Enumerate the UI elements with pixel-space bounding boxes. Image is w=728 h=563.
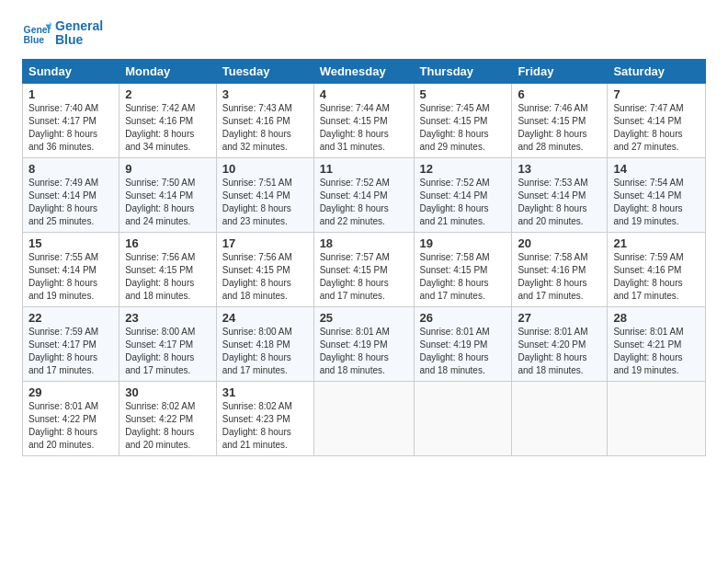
day-number: 12 xyxy=(420,162,506,176)
day-info: Sunrise: 7:52 AM Sunset: 4:14 PM Dayligh… xyxy=(420,177,506,228)
header: General Blue General Blue xyxy=(22,18,706,48)
calendar-cell: 14 Sunrise: 7:54 AM Sunset: 4:14 PM Dayl… xyxy=(608,158,706,233)
day-info: Sunrise: 8:01 AM Sunset: 4:22 PM Dayligh… xyxy=(28,400,113,452)
day-info: Sunrise: 7:51 AM Sunset: 4:14 PM Dayligh… xyxy=(222,177,308,228)
calendar-cell: 12 Sunrise: 7:52 AM Sunset: 4:14 PM Dayl… xyxy=(414,158,512,233)
calendar-cell: 11 Sunrise: 7:52 AM Sunset: 4:14 PM Dayl… xyxy=(313,158,414,233)
calendar-cell xyxy=(414,382,512,456)
calendar-cell: 30 Sunrise: 8:02 AM Sunset: 4:22 PM Dayl… xyxy=(119,382,217,456)
calendar-cell xyxy=(512,382,608,456)
day-info: Sunrise: 7:45 AM Sunset: 4:15 PM Dayligh… xyxy=(420,102,506,154)
day-number: 7 xyxy=(613,87,700,101)
day-info: Sunrise: 7:58 AM Sunset: 4:15 PM Dayligh… xyxy=(420,251,506,303)
day-info: Sunrise: 8:02 AM Sunset: 4:22 PM Dayligh… xyxy=(125,400,210,452)
weekday-header-row: Sunday Monday Tuesday Wednesday Thursday… xyxy=(23,60,706,84)
day-number: 9 xyxy=(125,162,210,176)
day-info: Sunrise: 7:40 AM Sunset: 4:17 PM Dayligh… xyxy=(28,102,113,154)
day-number: 19 xyxy=(420,236,506,250)
calendar-cell: 5 Sunrise: 7:45 AM Sunset: 4:15 PM Dayli… xyxy=(414,84,512,158)
day-info: Sunrise: 7:44 AM Sunset: 4:15 PM Dayligh… xyxy=(320,102,408,154)
day-number: 27 xyxy=(518,311,601,325)
logo-icon: General Blue xyxy=(22,18,51,48)
calendar-cell: 20 Sunrise: 7:58 AM Sunset: 4:16 PM Dayl… xyxy=(512,233,608,307)
day-info: Sunrise: 8:00 AM Sunset: 4:17 PM Dayligh… xyxy=(125,326,210,377)
svg-text:Blue: Blue xyxy=(24,35,45,45)
calendar-cell: 31 Sunrise: 8:02 AM Sunset: 4:23 PM Dayl… xyxy=(216,382,313,456)
calendar-cell: 21 Sunrise: 7:59 AM Sunset: 4:16 PM Dayl… xyxy=(608,233,706,307)
day-info: Sunrise: 7:56 AM Sunset: 4:15 PM Dayligh… xyxy=(125,251,210,303)
day-info: Sunrise: 7:55 AM Sunset: 4:14 PM Dayligh… xyxy=(28,251,113,303)
day-number: 2 xyxy=(125,87,210,101)
calendar-week-3: 15 Sunrise: 7:55 AM Sunset: 4:14 PM Dayl… xyxy=(23,233,706,307)
day-number: 26 xyxy=(420,311,506,325)
calendar-cell: 1 Sunrise: 7:40 AM Sunset: 4:17 PM Dayli… xyxy=(23,84,119,158)
logo-line2: Blue xyxy=(55,33,103,47)
day-info: Sunrise: 7:46 AM Sunset: 4:15 PM Dayligh… xyxy=(518,102,601,154)
day-number: 20 xyxy=(518,236,601,250)
day-info: Sunrise: 7:50 AM Sunset: 4:14 PM Dayligh… xyxy=(125,177,210,228)
header-monday: Monday xyxy=(119,60,217,84)
day-info: Sunrise: 7:43 AM Sunset: 4:16 PM Dayligh… xyxy=(222,102,308,154)
calendar-cell: 18 Sunrise: 7:57 AM Sunset: 4:15 PM Dayl… xyxy=(313,233,414,307)
calendar-week-1: 1 Sunrise: 7:40 AM Sunset: 4:17 PM Dayli… xyxy=(23,84,706,158)
calendar-cell: 29 Sunrise: 8:01 AM Sunset: 4:22 PM Dayl… xyxy=(23,382,119,456)
day-number: 11 xyxy=(320,162,408,176)
calendar-week-4: 22 Sunrise: 7:59 AM Sunset: 4:17 PM Dayl… xyxy=(23,307,706,382)
header-thursday: Thursday xyxy=(414,60,512,84)
calendar-table: Sunday Monday Tuesday Wednesday Thursday… xyxy=(22,59,706,456)
header-sunday: Sunday xyxy=(23,60,119,84)
day-info: Sunrise: 7:59 AM Sunset: 4:17 PM Dayligh… xyxy=(28,326,113,377)
day-number: 8 xyxy=(28,162,113,176)
calendar-cell: 15 Sunrise: 7:55 AM Sunset: 4:14 PM Dayl… xyxy=(23,233,119,307)
day-info: Sunrise: 7:52 AM Sunset: 4:14 PM Dayligh… xyxy=(320,177,408,228)
day-info: Sunrise: 7:56 AM Sunset: 4:15 PM Dayligh… xyxy=(222,251,308,303)
day-number: 31 xyxy=(222,385,308,399)
day-info: Sunrise: 8:01 AM Sunset: 4:21 PM Dayligh… xyxy=(613,326,700,377)
header-tuesday: Tuesday xyxy=(216,60,313,84)
calendar-cell: 17 Sunrise: 7:56 AM Sunset: 4:15 PM Dayl… xyxy=(216,233,313,307)
day-number: 10 xyxy=(222,162,308,176)
day-info: Sunrise: 8:01 AM Sunset: 4:19 PM Dayligh… xyxy=(420,326,506,377)
day-info: Sunrise: 7:57 AM Sunset: 4:15 PM Dayligh… xyxy=(320,251,408,303)
calendar-week-2: 8 Sunrise: 7:49 AM Sunset: 4:14 PM Dayli… xyxy=(23,158,706,233)
calendar-cell: 2 Sunrise: 7:42 AM Sunset: 4:16 PM Dayli… xyxy=(119,84,217,158)
calendar-cell: 23 Sunrise: 8:00 AM Sunset: 4:17 PM Dayl… xyxy=(119,307,217,382)
day-number: 13 xyxy=(518,162,601,176)
day-number: 29 xyxy=(28,385,113,399)
day-info: Sunrise: 7:58 AM Sunset: 4:16 PM Dayligh… xyxy=(518,251,601,303)
day-number: 28 xyxy=(613,311,700,325)
calendar-cell: 8 Sunrise: 7:49 AM Sunset: 4:14 PM Dayli… xyxy=(23,158,119,233)
day-info: Sunrise: 8:01 AM Sunset: 4:20 PM Dayligh… xyxy=(518,326,601,377)
header-saturday: Saturday xyxy=(608,60,706,84)
day-number: 1 xyxy=(28,87,113,101)
day-number: 21 xyxy=(613,236,700,250)
day-number: 4 xyxy=(320,87,408,101)
calendar-cell: 4 Sunrise: 7:44 AM Sunset: 4:15 PM Dayli… xyxy=(313,84,414,158)
day-number: 24 xyxy=(222,311,308,325)
day-number: 15 xyxy=(28,236,113,250)
calendar-cell: 6 Sunrise: 7:46 AM Sunset: 4:15 PM Dayli… xyxy=(512,84,608,158)
calendar-cell: 25 Sunrise: 8:01 AM Sunset: 4:19 PM Dayl… xyxy=(313,307,414,382)
day-info: Sunrise: 7:54 AM Sunset: 4:14 PM Dayligh… xyxy=(613,177,700,228)
day-info: Sunrise: 7:59 AM Sunset: 4:16 PM Dayligh… xyxy=(613,251,700,303)
calendar-cell: 22 Sunrise: 7:59 AM Sunset: 4:17 PM Dayl… xyxy=(23,307,119,382)
calendar-cell: 7 Sunrise: 7:47 AM Sunset: 4:14 PM Dayli… xyxy=(608,84,706,158)
day-info: Sunrise: 8:01 AM Sunset: 4:19 PM Dayligh… xyxy=(320,326,408,377)
calendar-cell: 10 Sunrise: 7:51 AM Sunset: 4:14 PM Dayl… xyxy=(216,158,313,233)
day-number: 5 xyxy=(420,87,506,101)
day-info: Sunrise: 8:00 AM Sunset: 4:18 PM Dayligh… xyxy=(222,326,308,377)
day-number: 3 xyxy=(222,87,308,101)
calendar-cell: 19 Sunrise: 7:58 AM Sunset: 4:15 PM Dayl… xyxy=(414,233,512,307)
logo: General Blue General Blue xyxy=(22,18,103,48)
logo-line1: General xyxy=(55,19,103,33)
day-info: Sunrise: 8:02 AM Sunset: 4:23 PM Dayligh… xyxy=(222,400,308,452)
day-number: 14 xyxy=(613,162,700,176)
calendar-cell: 13 Sunrise: 7:53 AM Sunset: 4:14 PM Dayl… xyxy=(512,158,608,233)
calendar-cell: 16 Sunrise: 7:56 AM Sunset: 4:15 PM Dayl… xyxy=(119,233,217,307)
calendar-cell: 3 Sunrise: 7:43 AM Sunset: 4:16 PM Dayli… xyxy=(216,84,313,158)
day-number: 6 xyxy=(518,87,601,101)
calendar-cell: 27 Sunrise: 8:01 AM Sunset: 4:20 PM Dayl… xyxy=(512,307,608,382)
calendar-cell: 24 Sunrise: 8:00 AM Sunset: 4:18 PM Dayl… xyxy=(216,307,313,382)
day-number: 30 xyxy=(125,385,210,399)
day-number: 16 xyxy=(125,236,210,250)
